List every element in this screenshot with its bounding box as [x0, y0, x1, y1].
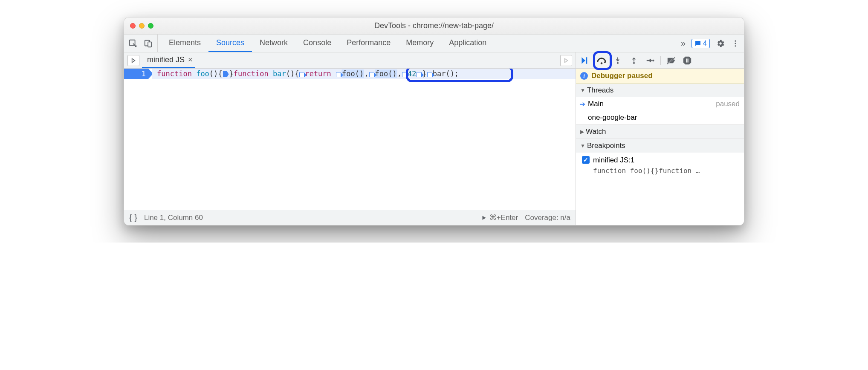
line-number[interactable]: 1	[124, 69, 148, 79]
step-button[interactable]	[644, 55, 656, 66]
main-toolbar: Elements Sources Network Console Perform…	[124, 35, 744, 52]
svg-rect-6	[586, 57, 587, 64]
step-marker-icon	[417, 72, 422, 77]
window-title: DevTools - chrome://new-tab-page/	[124, 21, 744, 30]
tab-memory[interactable]: Memory	[398, 35, 441, 52]
svg-point-3	[735, 40, 736, 41]
thread-main[interactable]: Main paused	[576, 97, 744, 111]
tab-elements[interactable]: Elements	[161, 35, 208, 52]
tab-performance[interactable]: Performance	[339, 35, 398, 52]
close-window-button[interactable]	[130, 23, 136, 29]
step-marker-icon	[223, 71, 229, 77]
editor-pane: minified JS × 1 function foo(){}function…	[124, 52, 576, 225]
window-controls	[130, 23, 153, 29]
svg-point-8	[617, 62, 619, 64]
pretty-print-icon[interactable]: { }	[129, 213, 137, 223]
code-line-1[interactable]: function foo(){}function bar(){return fo…	[152, 69, 576, 79]
breakpoint-checkbox[interactable]	[582, 156, 590, 164]
step-out-button[interactable]	[628, 55, 640, 66]
svg-point-4	[735, 43, 736, 44]
editor-tab-bar: minified JS ×	[124, 52, 576, 69]
deactivate-breakpoints-button[interactable]	[665, 55, 677, 66]
step-marker-icon	[299, 72, 304, 77]
step-marker-icon	[427, 72, 432, 77]
tab-network[interactable]: Network	[252, 35, 295, 52]
zoom-window-button[interactable]	[148, 23, 153, 29]
breakpoint-label: minified JS:1	[593, 156, 634, 164]
device-toggle-icon[interactable]	[144, 39, 153, 48]
close-tab-icon[interactable]: ×	[188, 55, 193, 64]
svg-point-7	[601, 62, 603, 64]
inspect-icon[interactable]	[128, 39, 138, 48]
watch-header[interactable]: ▶ Watch	[576, 125, 744, 139]
debugger-paused-banner: i Debugger paused	[576, 69, 744, 84]
navigator-toggle-icon[interactable]	[127, 55, 139, 66]
issues-badge[interactable]: 4	[692, 39, 710, 48]
minimize-window-button[interactable]	[139, 23, 145, 29]
tab-console[interactable]: Console	[295, 35, 339, 52]
file-tab-minified-js[interactable]: minified JS ×	[142, 52, 195, 68]
run-snippet[interactable]: ⌘+Enter	[481, 213, 518, 222]
coverage-status: Coverage: n/a	[525, 214, 570, 222]
svg-rect-12	[687, 58, 688, 62]
cursor-position: Line 1, Column 60	[144, 214, 203, 222]
tab-sources[interactable]: Sources	[208, 35, 252, 52]
panel-tabs: Elements Sources Network Console Perform…	[158, 35, 677, 52]
svg-point-10	[652, 59, 654, 61]
code-editor[interactable]: 1 function foo(){}function bar(){return …	[124, 69, 576, 210]
settings-icon[interactable]	[716, 39, 725, 48]
tab-application[interactable]: Application	[441, 35, 494, 52]
kebab-menu-icon[interactable]	[731, 39, 740, 48]
threads-section: ▼ Threads Main paused one-google-bar	[576, 84, 744, 125]
info-icon: i	[580, 72, 588, 80]
more-tabs-icon[interactable]: »	[681, 38, 686, 48]
resume-button[interactable]	[579, 55, 591, 66]
paused-label: Debugger paused	[591, 72, 653, 80]
svg-point-5	[735, 45, 736, 46]
breakpoints-section: ▼ Breakpoints minified JS:1 function foo…	[576, 139, 744, 178]
step-marker-icon	[369, 72, 374, 77]
threads-header[interactable]: ▼ Threads	[576, 84, 744, 97]
debugger-sidebar: i Debugger paused ▼ Threads Main paused …	[576, 52, 744, 225]
breakpoint-item[interactable]: minified JS:1 function foo(){}function …	[576, 153, 744, 178]
svg-rect-11	[686, 58, 687, 62]
step-marker-icon	[336, 72, 341, 77]
breakpoints-header[interactable]: ▼ Breakpoints	[576, 139, 744, 153]
step-over-button[interactable]	[596, 55, 608, 66]
step-into-button[interactable]	[612, 55, 624, 66]
titlebar: DevTools - chrome://new-tab-page/	[124, 17, 744, 35]
step-marker-icon	[402, 72, 407, 77]
editor-status-bar: { } Line 1, Column 60 ⌘+Enter Coverage: …	[124, 210, 576, 225]
svg-point-9	[633, 62, 635, 64]
debugger-toolbar	[576, 52, 744, 69]
svg-rect-2	[148, 42, 151, 47]
devtools-window: DevTools - chrome://new-tab-page/ Elemen…	[124, 17, 744, 225]
breakpoint-preview: function foo(){}function …	[593, 166, 700, 176]
more-files-icon[interactable]	[560, 55, 572, 66]
watch-section: ▶ Watch	[576, 125, 744, 139]
pause-exceptions-button[interactable]	[681, 55, 693, 66]
issues-count: 4	[703, 40, 707, 47]
thread-one-google-bar[interactable]: one-google-bar	[576, 111, 744, 124]
file-tab-label: minified JS	[147, 55, 185, 64]
